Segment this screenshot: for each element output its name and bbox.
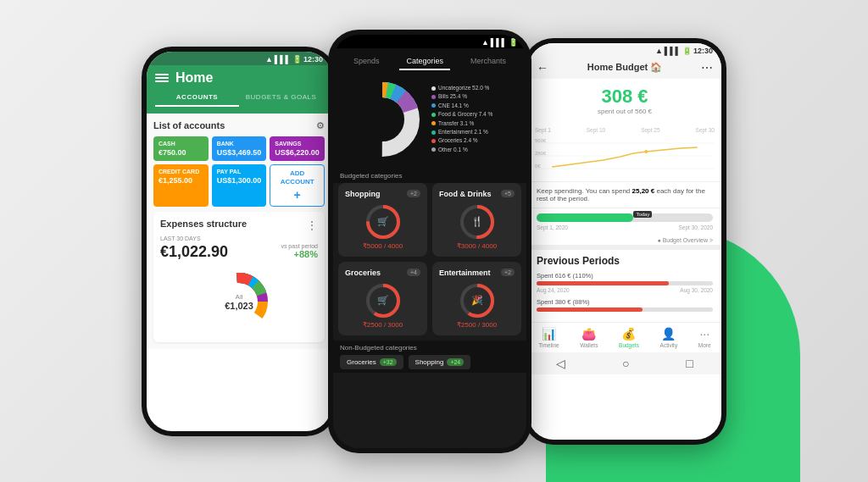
category-groceries[interactable]: Groceries +4 🛒 ₹2500 / 3000 [338, 262, 427, 335]
non-budgeted-shopping[interactable]: Shopping +24 [409, 355, 471, 369]
shopping-progress-circle: 🛒 [364, 203, 402, 241]
status-icons-1: ▲ ▌▌▌ 🔋 12:30 [265, 55, 323, 64]
phone-3-status-bar: ▲ ▌▌▌ 🔋 12:30 [528, 43, 721, 57]
chart-label-1: Sept 10 [587, 127, 605, 133]
category-food-drinks[interactable]: Food & Drinks +5 🍴 ₹3000 / 4000 [432, 183, 521, 257]
cash-label: CASH [159, 141, 203, 147]
phone-3: ▲ ▌▌▌ 🔋 12:30 ← Home Budget 🏠 ⋯ 308 € sp… [523, 38, 726, 445]
legend-label-3: Food & Grocery 7.4 % [438, 110, 492, 119]
phone-3-inner: ▲ ▌▌▌ 🔋 12:30 ← Home Budget 🏠 ⋯ 308 € sp… [528, 43, 721, 440]
battery-icon-2: 🔋 [509, 38, 518, 47]
period-item-0: Spent 616 € (110%) Aug 24, 2020 Aug 30, … [537, 272, 713, 293]
time-1: 12:30 [303, 55, 323, 64]
entertainment-title: Entertainment [439, 269, 491, 277]
bottom-nav: 📊 Timeline 👛 Wallets 💰 Budgets 👤 Activit… [528, 322, 721, 352]
shopping-header: Shopping +2 [345, 190, 420, 198]
home-nav-button[interactable]: ○ [622, 357, 629, 370]
back-button[interactable]: ← [537, 61, 548, 75]
food-circle: 🍴 [439, 203, 515, 241]
tab-budgets-goals[interactable]: BUDGETS & GOALS [239, 89, 323, 107]
p2-legend: Uncategorize 52.0 % Bills 25.4 % CNE 14.… [431, 84, 492, 154]
more-menu-icon[interactable]: ⋯ [701, 61, 713, 75]
status-icons-2: ▲ ▌▌▌ 🔋 [481, 38, 518, 47]
nav-activity[interactable]: 👤 Activity [660, 327, 678, 348]
back-nav-button[interactable]: ◁ [556, 357, 565, 370]
tab-categories[interactable]: Categories [399, 53, 450, 70]
svg-text:280€: 280€ [535, 151, 547, 156]
hamburger-menu[interactable] [155, 74, 169, 82]
chart-labels: Sept 1 Sept 10 Sept 25 Sept 30 [535, 127, 715, 133]
signal-icon-3: ▌▌▌ [665, 47, 681, 55]
battery-icon: 🔋 [292, 55, 302, 64]
svg-text:560€: 560€ [535, 138, 547, 143]
groceries-header: Groceries +4 [345, 269, 420, 277]
time-3: 12:30 [693, 47, 713, 55]
legend-dot-7 [431, 147, 436, 152]
category-entertainment[interactable]: Entertainment +2 🎉 ₹2500 / 3000 [432, 262, 521, 335]
progress-start: Sept 1, 2020 [537, 224, 568, 230]
account-bank[interactable]: BANK US$3,469.50 [212, 136, 267, 161]
groceries-amount: ₹2500 / 3000 [345, 321, 420, 329]
non-budgeted-list: Groceries +32 Shopping +24 [340, 355, 520, 369]
tab-accounts[interactable]: ACCOUNTS [155, 89, 239, 107]
non-budgeted-shopping-label: Shopping [415, 358, 444, 366]
account-paypal[interactable]: PAY PAL US$1,300.00 [212, 164, 267, 208]
progress-section: Today Sept 1, 2020 Sept 30, 2020 [528, 208, 721, 235]
budget-title: Home Budget 🏠 [587, 62, 663, 73]
nav-more[interactable]: ··· More [698, 327, 711, 348]
account-cash[interactable]: CASH €750.00 [153, 136, 209, 161]
legend-dot-2 [431, 103, 436, 108]
activity-icon: 👤 [661, 327, 676, 341]
nav-wallets[interactable]: 👛 Wallets [580, 327, 598, 348]
add-account-button[interactable]: ADD ACCOUNT + [270, 164, 325, 208]
non-budgeted-groceries[interactable]: Groceries +32 [340, 355, 403, 369]
nav-timeline[interactable]: 📊 Timeline [538, 327, 559, 348]
food-header: Food & Drinks +5 [439, 190, 515, 198]
shopping-circle: 🛒 [345, 203, 420, 241]
nav-budgets[interactable]: 💰 Budgets [619, 327, 639, 348]
legend-item-0: Uncategorize 52.0 % [431, 84, 492, 92]
expenses-period: LAST 30 DAYS [160, 235, 318, 241]
phone-1-tabs: ACCOUNTS BUDGETS & GOALS [155, 89, 323, 107]
groceries-progress-circle: 🛒 [364, 282, 402, 319]
phone-1-status-bar: ▲ ▌▌▌ 🔋 12:30 [147, 52, 331, 65]
amount-section: 308 € spent out of 560 € [528, 79, 721, 122]
entertainment-progress-circle: 🎉 [459, 282, 496, 319]
category-shopping[interactable]: Shopping +2 🛒 ₹5000 / 4000 [338, 183, 427, 257]
chart-label-2: Sept 25 [641, 127, 659, 133]
donut-chart-container: All €1,023 [160, 268, 318, 335]
savings-value: US$6,220.00 [275, 148, 320, 157]
legend-item-4: Transfer 3.1 % [431, 119, 492, 128]
spend-chart: Sept 1 Sept 10 Sept 25 Sept 30 560€ 280€… [528, 122, 721, 181]
settings-icon[interactable]: ⚙ [316, 120, 325, 131]
period-label-0: Spent 616 € (110%) [537, 272, 593, 280]
period-fill-0 [537, 281, 669, 285]
period-header-1: Spent 380 € (88%) [537, 298, 713, 306]
chart-label-3: Sept 30 [696, 127, 715, 133]
tab-spends[interactable]: Spends [347, 53, 387, 70]
entertainment-badge: +2 [501, 269, 515, 276]
period-start-0: Aug 24, 2020 [537, 287, 570, 293]
progress-bar: Today [537, 213, 713, 222]
legend-item-7: Other 0.1 % [431, 146, 492, 154]
account-credit[interactable]: CREDIT CARD €1,255.00 [153, 164, 209, 208]
recents-nav-button[interactable]: □ [686, 357, 693, 370]
expenses-row: €1,022.90 vs past period +88% [160, 243, 318, 261]
more-options-icon[interactable]: ⋮ [306, 219, 318, 232]
progress-dates: Sept 1, 2020 Sept 30, 2020 [537, 224, 713, 230]
expenses-header: Expenses structure ⋮ [160, 219, 318, 232]
header-top: Home [155, 70, 323, 86]
legend-label-6: Groceries 2.4 % [438, 136, 478, 145]
svg-text:🛒: 🛒 [377, 215, 389, 227]
budget-overview-link[interactable]: ● Budget Overview > [528, 235, 721, 245]
tab-merchants[interactable]: Merchants [464, 53, 513, 70]
budgeted-label: Budgeted categories [333, 169, 526, 183]
phone-3-topbar: ← Home Budget 🏠 ⋯ [528, 57, 721, 79]
signal-icon: ▌▌▌ [275, 55, 291, 64]
legend-label-5: Entertainment 2.1 % [438, 128, 488, 136]
groceries-circle: 🛒 [345, 282, 420, 319]
wallets-label: Wallets [580, 342, 598, 348]
groceries-title: Groceries [345, 269, 381, 277]
account-savings[interactable]: SAVINGS US$6,220.00 [270, 136, 325, 161]
period-header-0: Spent 616 € (110%) [537, 272, 713, 280]
